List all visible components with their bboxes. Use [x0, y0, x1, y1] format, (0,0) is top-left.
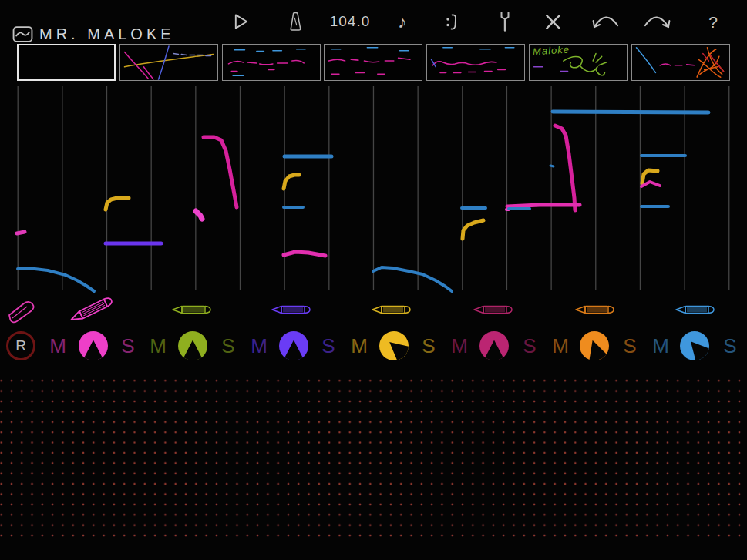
track-olive-volume-knob[interactable]	[178, 331, 207, 360]
pencil-icon	[674, 303, 717, 316]
thumbnail-stroke	[143, 67, 153, 79]
thumbnail-stroke	[332, 72, 385, 74]
pencil-icon	[270, 303, 313, 316]
thumbnail-stroke	[433, 62, 496, 65]
help-icon[interactable]: ?	[703, 0, 723, 43]
page-thumbnail	[427, 45, 524, 80]
tempo-value[interactable]: 104.0	[328, 0, 372, 43]
knob-indicator	[279, 331, 308, 360]
track-maroon-mute-button[interactable]: M	[451, 334, 468, 358]
pencil-pink-tool[interactable]	[70, 303, 113, 318]
thumbnail-stroke	[443, 48, 514, 49]
track-pink-solo-button[interactable]: S	[121, 334, 134, 358]
pencil-maroon-tool[interactable]	[472, 303, 515, 318]
thumbnail-stroke	[228, 61, 304, 65]
tab-page-4[interactable]	[324, 44, 422, 81]
pencil-purple-tool[interactable]	[270, 303, 313, 318]
knob-indicator	[178, 331, 207, 360]
note-stroke	[106, 198, 129, 210]
note-stroke	[284, 252, 325, 256]
track-orange-volume-knob[interactable]	[580, 331, 609, 360]
tab-page-3[interactable]	[222, 44, 321, 81]
page-thumbnail	[19, 45, 114, 79]
pencil-yellow-tool[interactable]	[370, 303, 413, 318]
track-olive-solo-button[interactable]: S	[221, 334, 234, 358]
track-purple-mute-button[interactable]: M	[251, 334, 268, 358]
thumbnail-stroke	[440, 70, 505, 73]
track-blue-solo-button[interactable]: S	[723, 334, 736, 358]
track-blue-volume-knob[interactable]	[680, 331, 709, 360]
thumbnail-stroke	[660, 64, 694, 65]
thumbnail-stroke	[329, 58, 410, 62]
note-stroke	[196, 211, 202, 219]
pattern-pad[interactable]	[0, 374, 747, 541]
tab-page-1[interactable]	[17, 44, 116, 81]
thumbnail-stroke	[158, 46, 168, 79]
pencil-olive-tool[interactable]	[170, 303, 214, 318]
thumbnail-stroke	[534, 67, 568, 72]
track-orange-mute-button[interactable]: M	[552, 334, 569, 358]
track-blue-mute-button[interactable]: M	[652, 334, 669, 358]
thumbnail-stroke	[173, 54, 211, 56]
track-orange-solo-button[interactable]: S	[623, 334, 636, 358]
track-yellow-volume-knob[interactable]	[379, 331, 409, 360]
metronome-icon[interactable]	[285, 0, 305, 43]
note-stroke	[463, 220, 483, 239]
thumbnail-stroke	[636, 48, 655, 73]
tab-page-5[interactable]	[426, 44, 525, 81]
record-button[interactable]: R	[6, 331, 35, 360]
track-maroon-solo-button[interactable]: S	[523, 334, 536, 358]
delete-icon[interactable]	[542, 0, 564, 43]
knob-indicator	[479, 331, 509, 360]
track-pink-mute-button[interactable]: M	[49, 334, 66, 358]
eraser-tool[interactable]	[6, 297, 39, 327]
thumbnail-stroke	[234, 49, 305, 52]
thumbnail-stroke	[564, 57, 597, 72]
pencil-icon	[370, 303, 413, 316]
knob-indicator	[680, 331, 709, 360]
note-stroke	[284, 175, 299, 189]
note-stroke	[553, 112, 708, 112]
pencil-icon	[472, 303, 515, 316]
pencil-icon	[170, 303, 214, 316]
track-yellow-solo-button[interactable]: S	[422, 334, 435, 358]
repeat-icon[interactable]	[441, 0, 463, 43]
pencil-blue-tool[interactable]	[674, 303, 717, 318]
note-stroke	[555, 126, 575, 210]
mixer-row: RMSMSMSMSMSMSMS	[0, 327, 747, 366]
knob-indicator	[580, 331, 609, 360]
song-title: MR. MALOKE	[39, 25, 175, 43]
note-icon[interactable]: ♪	[392, 0, 413, 43]
toolbar: MR. MALOKE 104.0 ♪	[0, 0, 747, 43]
page-thumbnail	[223, 45, 320, 80]
track-pink-volume-knob[interactable]	[79, 331, 108, 360]
page-thumbnail	[325, 45, 422, 80]
app-window: MR. MALOKE 104.0 ♪	[0, 0, 747, 560]
note-stroke	[18, 269, 94, 291]
wrench-icon[interactable]	[495, 0, 515, 43]
track-purple-volume-knob[interactable]	[279, 331, 308, 360]
pencil-icon	[66, 292, 118, 327]
pencil-icon	[574, 303, 617, 316]
note-stroke	[641, 182, 660, 186]
redo-icon[interactable]	[641, 0, 673, 43]
tab-page-2[interactable]	[119, 44, 218, 81]
pencil-orange-tool[interactable]	[574, 303, 617, 318]
track-olive-mute-button[interactable]: M	[150, 334, 167, 358]
knob-indicator	[79, 331, 108, 360]
note-stroke	[204, 137, 237, 207]
undo-icon[interactable]	[590, 0, 622, 43]
page-tabs: Maloke	[0, 44, 747, 84]
play-icon[interactable]	[230, 0, 251, 43]
track-yellow-mute-button[interactable]: M	[351, 334, 368, 358]
note-stroke	[17, 232, 25, 233]
page-thumbnail	[632, 45, 729, 80]
note-stroke	[507, 205, 580, 206]
thumbnail-stroke	[124, 54, 213, 66]
tab-page-7[interactable]	[631, 44, 730, 81]
track-purple-solo-button[interactable]: S	[321, 334, 335, 358]
track-maroon-volume-knob[interactable]	[479, 331, 509, 360]
tool-row	[0, 295, 747, 327]
tab-page-6[interactable]: Maloke	[529, 44, 628, 81]
thumbnail-stroke	[593, 54, 606, 75]
